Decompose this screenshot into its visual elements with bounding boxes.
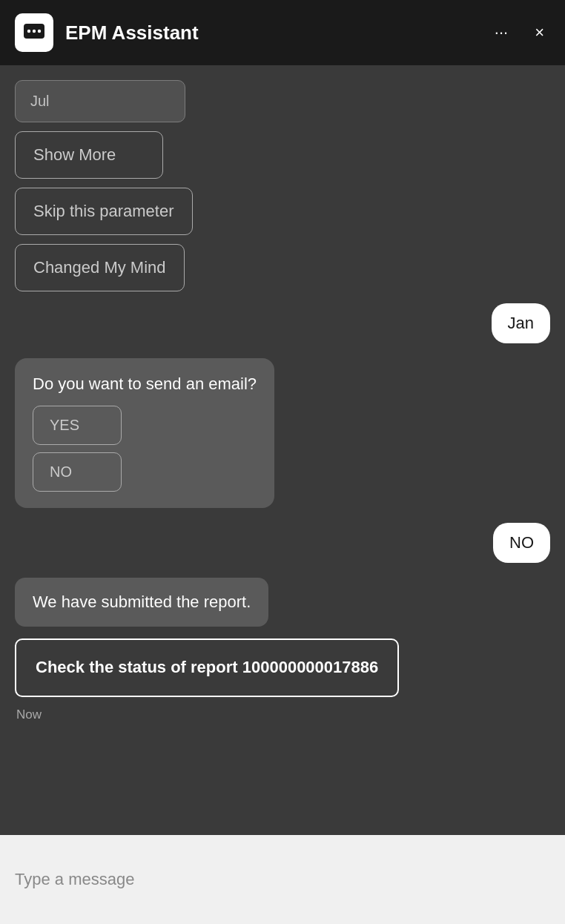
header-actions: ··· × — [489, 20, 550, 45]
check-status-button[interactable]: Check the status of report 1000000000178… — [15, 638, 399, 697]
skip-parameter-button[interactable]: Skip this parameter — [15, 188, 193, 235]
more-options-button[interactable]: ··· — [489, 20, 514, 45]
changed-mind-container: Changed My Mind — [15, 244, 550, 291]
logo — [15, 13, 53, 52]
app-title: EPM Assistant — [65, 22, 489, 44]
choice-buttons: YES NO — [33, 406, 257, 492]
email-question-text: Do you want to send an email? — [33, 374, 257, 393]
input-area — [0, 835, 565, 924]
bot-email-question: Do you want to send an email? YES NO — [15, 358, 550, 508]
svg-point-2 — [33, 30, 36, 33]
user-bubble-jan: Jan — [492, 303, 550, 343]
changed-my-mind-button[interactable]: Changed My Mind — [15, 244, 185, 291]
header: EPM Assistant ··· × — [0, 0, 565, 65]
timestamp: Now — [15, 707, 550, 722]
chat-bubble-icon — [22, 21, 46, 44]
svg-point-3 — [38, 30, 41, 33]
submitted-bubble: We have submitted the report. — [15, 578, 268, 627]
svg-point-1 — [27, 30, 30, 33]
show-more-button[interactable]: Show More — [15, 131, 163, 179]
yes-button[interactable]: YES — [33, 406, 122, 445]
no-button[interactable]: NO — [33, 452, 122, 492]
user-bubble-no: NO — [493, 523, 550, 563]
show-more-container: Show More — [15, 131, 550, 179]
skip-parameter-container: Skip this parameter — [15, 188, 550, 235]
close-button[interactable]: × — [529, 20, 550, 45]
user-message-jan: Jan — [15, 303, 550, 343]
chat-area: Jul Show More Skip this parameter Change… — [0, 65, 565, 835]
partial-button-container: Jul — [15, 80, 550, 122]
check-status-container: Check the status of report 1000000000178… — [15, 638, 550, 697]
message-input[interactable] — [15, 870, 550, 889]
user-message-no: NO — [15, 523, 550, 563]
bot-submitted-message: We have submitted the report. — [15, 578, 550, 627]
bot-email-bubble: Do you want to send an email? YES NO — [15, 358, 274, 508]
partial-jul-button[interactable]: Jul — [15, 80, 185, 122]
